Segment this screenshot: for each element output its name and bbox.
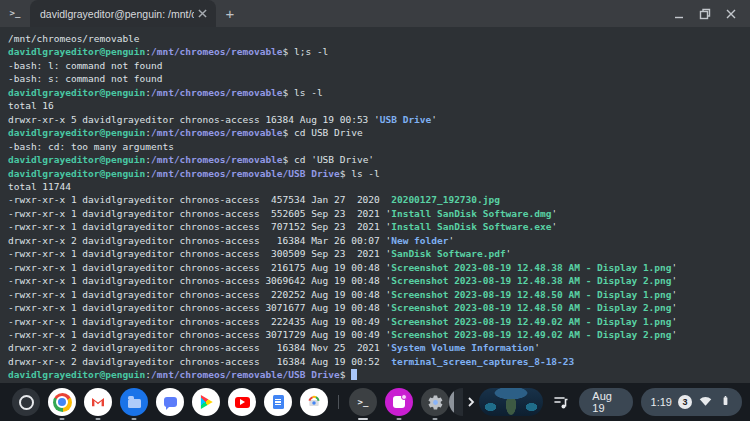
terminal-line: -rwxr-xr-x 1 davidlgrayeditor chronos-ac… <box>8 288 750 301</box>
clock-label: 1:19 <box>651 396 672 408</box>
terminal-line: davidlgrayeditor@penguin:/mnt/chromeos/r… <box>8 45 750 58</box>
window-titlebar: >_ davidlgrayeditor@penguin: /mnt/chro + <box>0 0 750 27</box>
shelf-app-screencast[interactable] <box>385 388 413 416</box>
tab-title: davidlgrayeditor@penguin: /mnt/chro <box>40 8 194 20</box>
terminal-window-icon: >_ <box>0 0 30 27</box>
google-docs-icon <box>264 388 292 416</box>
shelf-app-settings[interactable] <box>421 388 449 416</box>
play-store-icon <box>192 388 220 416</box>
tab-close-icon[interactable] <box>194 6 210 22</box>
shelf-app-messages[interactable] <box>156 388 184 416</box>
files-icon <box>120 388 148 416</box>
terminal-line: /mnt/chromeos/removable <box>8 32 750 45</box>
chrome-web-store-icon <box>300 388 328 416</box>
terminal-line: -rwxr-xr-x 1 davidlgrayeditor chronos-ac… <box>8 261 750 274</box>
terminal-line: davidlgrayeditor@penguin:/mnt/chromeos/r… <box>8 126 750 139</box>
running-indicator <box>397 418 402 420</box>
shelf-app-files[interactable] <box>120 388 148 416</box>
settings-icon <box>421 388 449 416</box>
status-tray[interactable]: 1:19 3 <box>641 388 742 416</box>
chrome-icon <box>48 388 76 416</box>
terminal-line: drwxr-xr-x 5 davidlgrayeditor chronos-ac… <box>8 113 750 126</box>
overflow-app-icon[interactable] <box>449 388 463 416</box>
minimize-button[interactable] <box>666 0 692 27</box>
terminal-line: total 16 <box>8 99 750 112</box>
terminal-line: -rwxr-xr-x 1 davidlgrayeditor chronos-ac… <box>8 247 750 260</box>
shelf-app-play-store[interactable] <box>192 388 220 416</box>
date-label: Aug 19 <box>592 390 619 414</box>
running-indicator <box>433 418 438 420</box>
terminal-line: total 11744 <box>8 180 750 193</box>
shelf: >_ Aug 19 1:19 3 <box>0 383 750 421</box>
terminal-line: -rwxr-xr-x 1 davidlgrayeditor chronos-ac… <box>8 328 750 341</box>
terminal-line: -rwxr-xr-x 1 davidlgrayeditor chronos-ac… <box>8 274 750 287</box>
new-tab-button[interactable]: + <box>216 0 244 27</box>
chromeos-screen: >_ davidlgrayeditor@penguin: /mnt/chro +… <box>0 0 750 421</box>
gmail-icon <box>84 388 112 416</box>
terminal-line: drwxr-xr-x 2 davidlgrayeditor chronos-ac… <box>8 234 750 247</box>
running-indicator <box>60 418 65 420</box>
shelf-apps: >_ <box>12 388 449 416</box>
terminal-tab[interactable]: davidlgrayeditor@penguin: /mnt/chro <box>30 0 216 27</box>
terminal-line: -rwxr-xr-x 1 davidlgrayeditor chronos-ac… <box>8 315 750 328</box>
wifi-icon <box>698 393 713 412</box>
terminal-line: -rwxr-xr-x 1 davidlgrayeditor chronos-ac… <box>8 193 750 206</box>
terminal-line: -bash: cd: too many arguments <box>8 140 750 153</box>
terminal-line: davidlgrayeditor@penguin:/mnt/chromeos/r… <box>8 86 750 99</box>
shelf-overflow-chevron-icon[interactable] <box>463 388 479 416</box>
terminal-line: drwxr-xr-x 2 davidlgrayeditor chronos-ac… <box>8 341 750 354</box>
shelf-app-gmail[interactable] <box>84 388 112 416</box>
screencast-icon <box>385 388 413 416</box>
close-button[interactable] <box>718 0 744 27</box>
shelf-app-terminal[interactable]: >_ <box>349 388 377 416</box>
terminal-line: davidlgrayeditor@penguin:/mnt/chromeos/r… <box>8 153 750 166</box>
shelf-separator <box>338 395 339 409</box>
shelf-app-youtube[interactable] <box>228 388 256 416</box>
launcher-icon <box>12 388 40 416</box>
running-indicator <box>96 418 101 420</box>
terminal-line: -rwxr-xr-x 1 davidlgrayeditor chronos-ac… <box>8 207 750 220</box>
terminal-icon: >_ <box>349 388 377 416</box>
running-indicator <box>358 418 368 420</box>
terminal-output[interactable]: /mnt/chromeos/removabledavidlgrayeditor@… <box>0 27 750 383</box>
notification-count-badge: 3 <box>678 395 692 409</box>
titlebar-drag-area <box>244 0 666 27</box>
terminal-line: -bash: s: command not found <box>8 72 750 85</box>
terminal-line: drwxr-xr-x 2 davidlgrayeditor chronos-ac… <box>8 355 750 368</box>
media-artwork-thumbnail[interactable] <box>479 388 543 416</box>
maximize-button[interactable] <box>692 0 718 27</box>
shelf-app-chrome[interactable] <box>48 388 76 416</box>
shelf-app-google-docs[interactable] <box>264 388 292 416</box>
messages-icon <box>156 388 184 416</box>
terminal-cursor <box>351 369 357 380</box>
terminal-line: davidlgrayeditor@penguin:/mnt/chromeos/r… <box>8 167 750 180</box>
shelf-app-launcher[interactable] <box>12 388 40 416</box>
calendar-date-pill[interactable]: Aug 19 <box>579 388 632 416</box>
running-indicator <box>132 418 137 420</box>
media-controls-icon[interactable] <box>551 389 571 415</box>
terminal-line: -rwxr-xr-x 1 davidlgrayeditor chronos-ac… <box>8 301 750 314</box>
terminal-line: -bash: l: command not found <box>8 59 750 72</box>
battery-icon <box>719 393 732 412</box>
terminal-line: -rwxr-xr-x 1 davidlgrayeditor chronos-ac… <box>8 220 750 233</box>
terminal-line: davidlgrayeditor@penguin:/mnt/chromeos/r… <box>8 368 750 381</box>
shelf-app-chrome-web-store[interactable] <box>300 388 328 416</box>
youtube-icon <box>228 388 256 416</box>
